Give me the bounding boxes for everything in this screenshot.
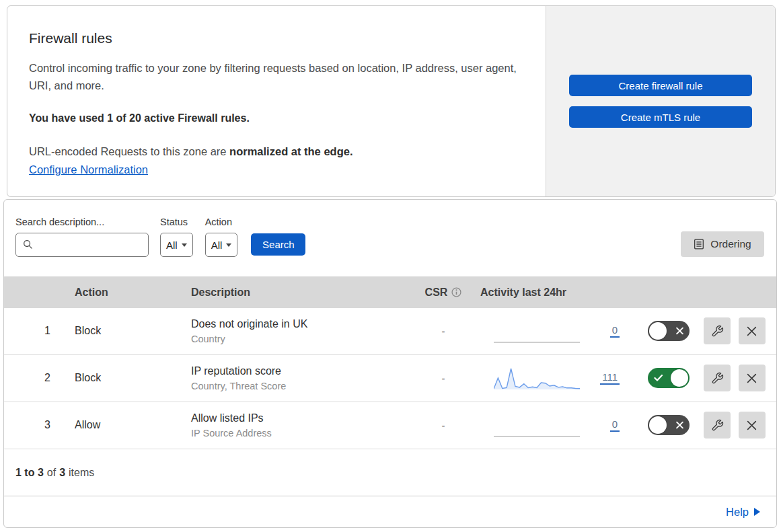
- rule-fields: Country, Threat Score: [191, 381, 406, 391]
- wrench-icon: [711, 419, 724, 432]
- edit-rule-button[interactable]: [704, 317, 731, 344]
- rule-priority: 2: [4, 372, 57, 384]
- arrow-right-icon: [754, 508, 760, 516]
- rule-csr-value: -: [406, 373, 480, 384]
- search-label: Search description...: [15, 217, 149, 227]
- close-icon: [746, 420, 757, 431]
- search-input-wrap: [15, 233, 149, 257]
- rule-csr-value: -: [406, 420, 480, 431]
- edit-rule-button[interactable]: [704, 412, 731, 439]
- help-bar: Help: [4, 496, 776, 527]
- action-label: Action: [205, 217, 238, 227]
- status-filter-group: Status All: [160, 217, 193, 257]
- close-icon: [746, 373, 757, 384]
- chevron-down-icon: [226, 243, 231, 247]
- rule-enabled-toggle[interactable]: [648, 321, 690, 341]
- table-row: 2 Block IP reputation score Country, Thr…: [4, 355, 776, 402]
- x-icon: [676, 328, 683, 335]
- status-label: Status: [160, 217, 193, 227]
- rule-enabled-toggle[interactable]: [648, 415, 690, 435]
- toggle-knob: [649, 322, 667, 340]
- create-firewall-rule-button[interactable]: Create firewall rule: [569, 75, 752, 96]
- rule-enabled-toggle[interactable]: [648, 368, 690, 388]
- delete-rule-button[interactable]: [739, 317, 766, 344]
- column-header-activity: Activity last 24hr: [480, 287, 638, 299]
- rule-description: Allow listed IPs: [191, 412, 406, 424]
- check-icon: [654, 375, 663, 382]
- column-header-csr: CSR: [406, 287, 480, 299]
- actions-panel: Create firewall rule Create mTLS rule: [546, 6, 775, 196]
- firewall-rules-card: Search description... Status All Action …: [3, 199, 777, 528]
- activity-count-link[interactable]: 111: [600, 371, 620, 385]
- rule-fields: IP Source Address: [191, 428, 406, 439]
- table-body: 1 Block Does not originate in UK Country…: [4, 308, 776, 449]
- configure-normalization-link[interactable]: Configure Normalization: [29, 163, 148, 176]
- ordering-list-icon: [694, 239, 704, 250]
- rule-action: Allow: [57, 419, 170, 431]
- activity-count-link[interactable]: 0: [610, 324, 620, 338]
- search-group: Search description...: [15, 217, 149, 257]
- rule-description: IP reputation score: [191, 365, 406, 377]
- action-filter-group: Action All: [205, 217, 238, 257]
- rule-fields: Country: [191, 334, 406, 344]
- delete-rule-button[interactable]: [739, 365, 766, 391]
- rule-description: Does not originate in UK: [191, 318, 406, 330]
- page-title: Firewall rules: [29, 30, 519, 46]
- x-icon: [676, 422, 683, 429]
- edit-rule-button[interactable]: [704, 365, 731, 391]
- filter-bar: Search description... Status All Action …: [4, 200, 776, 276]
- help-link[interactable]: Help: [726, 506, 760, 519]
- table-row: 1 Block Does not originate in UK Country…: [4, 308, 776, 355]
- wrench-icon: [711, 372, 724, 385]
- wrench-icon: [711, 325, 724, 338]
- column-header-action: Action: [57, 287, 170, 299]
- close-icon: [746, 326, 757, 337]
- rule-action: Block: [57, 372, 170, 384]
- activity-sparkline: [494, 318, 580, 344]
- rule-priority: 1: [4, 325, 57, 337]
- overview-content: Firewall rules Control incoming traffic …: [7, 6, 546, 196]
- activity-count-link[interactable]: 0: [610, 418, 620, 432]
- create-mtls-rule-button[interactable]: Create mTLS rule: [569, 106, 752, 128]
- ordering-button[interactable]: Ordering: [681, 231, 764, 257]
- table-header-row: Action Description CSR Activity last 24h…: [4, 276, 776, 308]
- search-icon: [23, 239, 33, 250]
- normalization-text: URL-encoded Requests to this zone are no…: [29, 145, 519, 158]
- chevron-down-icon: [182, 243, 187, 247]
- activity-sparkline: [494, 365, 580, 391]
- usage-text: You have used 1 of 20 active Firewall ru…: [29, 112, 519, 124]
- overview-description: Control incoming traffic to your zone by…: [29, 59, 519, 94]
- rule-action: Block: [57, 325, 170, 337]
- search-input[interactable]: [15, 233, 149, 257]
- toggle-knob: [671, 369, 688, 387]
- action-select[interactable]: All: [205, 233, 238, 257]
- info-icon[interactable]: [451, 287, 461, 297]
- column-header-description: Description: [170, 287, 406, 299]
- table-row: 3 Allow Allow listed IPs IP Source Addre…: [4, 402, 776, 449]
- items-count-footer: 1 to 3 of 3 items: [4, 449, 776, 496]
- delete-rule-button[interactable]: [739, 412, 766, 439]
- firewall-overview-card: Firewall rules Control incoming traffic …: [7, 5, 776, 197]
- activity-sparkline: [494, 412, 580, 438]
- rule-csr-value: -: [406, 326, 480, 337]
- rule-priority: 3: [4, 419, 57, 431]
- toggle-knob: [649, 416, 667, 434]
- search-button[interactable]: Search: [251, 233, 305, 256]
- status-select[interactable]: All: [160, 233, 193, 257]
